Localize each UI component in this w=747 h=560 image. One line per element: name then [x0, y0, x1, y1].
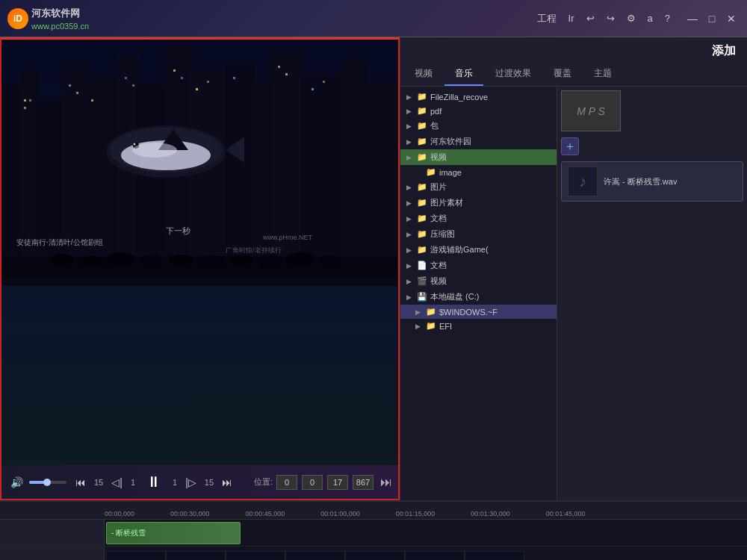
titlebar: iD 河东软件网 www.pc0359.cn 工程 Ir ↩ ↪ ⚙ a ? —…	[0, 0, 747, 37]
volume-track[interactable]	[29, 481, 66, 484]
redo-btn[interactable]: ↪	[603, 11, 619, 25]
music-item-card[interactable]: ♪ 许嵩 - 断桥残雪.wav	[561, 161, 743, 202]
add-media-btn[interactable]: ＋	[561, 137, 579, 155]
tree-icon: 📁	[417, 229, 427, 239]
player-controls: 🔊 ⏮ 15 ◁| 1 ⏸ 1 |▷ 15 ⏭ 位置: 0 0 17 867 ⏭	[1, 465, 398, 499]
minimize-button[interactable]: —	[684, 10, 701, 27]
app-title: 河东软件网	[31, 7, 89, 20]
right-panel: 添加 视频 音乐 过渡效果 覆盖 主题 ▶📁FileZilla_recove▶📁…	[400, 37, 747, 500]
prev-btn[interactable]: ⏮	[72, 475, 89, 490]
svg-point-38	[168, 255, 193, 265]
pos-hours[interactable]: 0	[276, 475, 297, 490]
step-fwd-num: 15	[202, 478, 216, 487]
city-scene-svg: 安徒南行·清清叶/公馆剧组 下一秒 广角时惊/老持续行 www.pHme.NET	[1, 40, 398, 465]
tree-icon: 📁	[417, 106, 427, 116]
track-row-video	[0, 547, 747, 560]
font-btn[interactable]: a	[644, 11, 657, 25]
settings-btn[interactable]: ⚙	[623, 11, 639, 25]
tree-item[interactable]: ▶📁包	[400, 118, 557, 134]
tab-theme[interactable]: 主题	[583, 63, 622, 86]
tree-arrow: ▶	[406, 231, 414, 238]
svg-rect-12	[270, 51, 304, 279]
track-header-video	[0, 547, 105, 560]
file-tree[interactable]: ▶📁FileZilla_recove▶📁pdf▶📁包▶📁河东软件园▶📁视频📁im…	[400, 87, 557, 500]
tree-item[interactable]: ▶📁河东软件园	[400, 134, 557, 149]
tree-item[interactable]: ▶💾本地磁盘 (C:)	[400, 289, 557, 305]
video-strip[interactable]	[106, 550, 524, 561]
goto-end-btn[interactable]: ⏭	[380, 476, 392, 489]
frame-fwd-btn[interactable]: |▷	[182, 475, 199, 490]
ir-menu[interactable]: Ir	[565, 11, 578, 25]
video-preview: 安徒南行·清清叶/公馆剧组 下一秒 广角时惊/老持续行 www.pHme.NET	[1, 40, 398, 465]
pos-milliseconds[interactable]: 867	[353, 475, 374, 490]
tab-transition[interactable]: 过渡效果	[485, 63, 542, 86]
volume-slider[interactable]	[29, 481, 66, 484]
undo-btn[interactable]: ↩	[583, 11, 598, 25]
svg-rect-52	[1, 271, 398, 286]
svg-rect-27	[207, 81, 209, 83]
tab-overlay[interactable]: 覆盖	[543, 63, 582, 86]
play-pause-btn[interactable]: ⏸	[140, 473, 167, 491]
volume-thumb[interactable]	[43, 479, 51, 486]
tree-label: 包	[430, 120, 551, 131]
svg-point-39	[196, 255, 225, 267]
ruler-mark: 00:01:30,000	[471, 510, 546, 517]
close-button[interactable]: ✕	[723, 10, 740, 27]
tree-arrow: ▶	[406, 246, 414, 254]
tree-item[interactable]: ▶📁FileZilla_recove	[400, 90, 557, 104]
tree-icon: 📁	[426, 167, 436, 177]
timeline-tracks: - 断桥残雪	[0, 520, 747, 560]
tree-item[interactable]: ▶📁视频	[400, 149, 557, 165]
pos-seconds[interactable]: 17	[327, 475, 348, 490]
tree-item[interactable]: ▶📁图片	[400, 179, 557, 195]
tree-item[interactable]: ▶🎬视频	[400, 273, 557, 289]
svg-rect-26	[196, 88, 198, 90]
tab-video[interactable]: 视频	[404, 63, 443, 86]
svg-text:广角时惊/老持续行: 广角时惊/老持续行	[226, 246, 282, 254]
svg-rect-28	[233, 77, 235, 79]
tree-arrow: ▶	[406, 154, 414, 161]
ruler-mark: 00:00:45,000	[246, 510, 321, 517]
maximize-button[interactable]: □	[704, 10, 720, 27]
svg-rect-18	[24, 107, 26, 109]
pos-minutes[interactable]: 0	[302, 475, 323, 490]
tree-icon: 📁	[426, 321, 436, 331]
svg-rect-5	[84, 77, 121, 279]
tree-icon: 💾	[417, 292, 427, 302]
ruler-mark: 00:01:45,000	[546, 510, 622, 517]
tree-item[interactable]: ▶📁图片素材	[400, 195, 557, 211]
tree-item[interactable]: ▶📁EFI	[400, 319, 557, 333]
frame-back-num: 1	[128, 478, 137, 487]
tree-arrow: ▶	[406, 293, 414, 301]
svg-point-43	[319, 255, 341, 266]
svg-point-34	[50, 254, 72, 266]
project-menu[interactable]: 工程	[533, 10, 560, 27]
tree-icon: 📁	[417, 198, 427, 208]
svg-rect-3	[35, 99, 65, 279]
svg-point-36	[106, 252, 136, 266]
add-label: 添加	[712, 44, 736, 57]
tree-item[interactable]: ▶📁pdf	[400, 104, 557, 118]
music-clip[interactable]: - 断桥残雪	[106, 522, 241, 544]
tree-item[interactable]: ▶📁压缩图	[400, 226, 557, 242]
tree-arrow: ▶	[406, 262, 414, 270]
next-btn-player[interactable]: ⏭	[219, 475, 235, 490]
volume-icon: 🔊	[7, 475, 26, 490]
tree-label: 压缩图	[430, 228, 551, 240]
tree-item[interactable]: 📁image	[400, 165, 557, 179]
tree-item[interactable]: ▶📁文档	[400, 211, 557, 226]
media-thumbnail: M P S	[561, 90, 621, 131]
tree-item[interactable]: ▶📁$WINDOWS.~F	[400, 305, 557, 319]
tab-music[interactable]: 音乐	[444, 63, 483, 86]
thumb-cell-4	[285, 551, 345, 561]
svg-rect-75	[226, 552, 285, 561]
frame-back-btn[interactable]: ◁|	[108, 475, 125, 490]
thumb-cell-5	[345, 551, 405, 561]
tree-arrow: ▶	[415, 308, 423, 316]
thumb-cell-1	[106, 551, 166, 561]
tree-item[interactable]: ▶📄文档	[400, 258, 557, 273]
help-btn-title[interactable]: ?	[661, 11, 674, 25]
tree-item[interactable]: ▶📁游戏辅助Game(	[400, 242, 557, 258]
logo-area: iD 河东软件网 www.pc0359.cn	[7, 4, 112, 34]
ruler-mark: 00:01:15,000	[396, 510, 471, 517]
